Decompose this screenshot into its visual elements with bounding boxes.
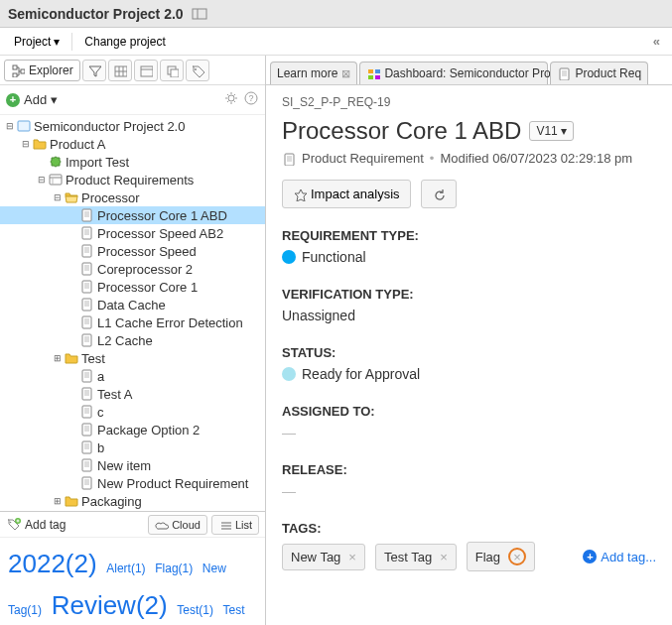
tree-item[interactable]: ⊞Test — [0, 349, 265, 367]
tree-item[interactable]: Import Test — [0, 153, 265, 171]
tree-item-label: New item — [97, 458, 151, 473]
collapse-icon[interactable]: ⊟ — [20, 139, 32, 149]
duplicate-icon[interactable] — [160, 60, 184, 81]
tree-item-label: Package Option 2 — [97, 423, 200, 438]
help-icon[interactable] — [243, 90, 259, 109]
doc-icon — [79, 225, 95, 241]
doc-icon — [79, 386, 95, 402]
folder-icon — [64, 350, 79, 366]
list-view-button[interactable]: List — [211, 515, 259, 535]
collapse-icon[interactable]: ⊟ — [36, 175, 48, 185]
set-icon — [48, 172, 64, 188]
tree-item[interactable]: ⊟Semiconductor Project 2.0 — [0, 117, 265, 135]
tree-item-label: Data Cache — [97, 298, 166, 312]
tree-item[interactable]: ⊟Product Requirements — [0, 171, 265, 188]
add-tag-link[interactable]: +Add tag... — [583, 550, 656, 564]
tree-item[interactable]: L2 Cache — [0, 331, 265, 349]
project-tree[interactable]: ⊟Semiconductor Project 2.0⊟Product AImpo… — [0, 115, 265, 511]
tree-item[interactable]: b — [0, 438, 265, 456]
app-title: Semiconductor Project 2.0 — [8, 6, 184, 22]
tree-item-label: Coreprocessor 2 — [97, 262, 193, 277]
add-button[interactable]: + Add ▾ — [6, 92, 58, 107]
tree-item[interactable]: L1 Cache Error Detection — [0, 313, 265, 331]
folder-icon — [64, 493, 79, 509]
refresh-button[interactable] — [421, 180, 457, 208]
editor-tab[interactable]: Product Req — [550, 62, 648, 84]
tree-item[interactable]: Processor Core 1 ABD — [0, 206, 265, 224]
tag-chip[interactable]: Flag× — [467, 542, 535, 571]
tree-item[interactable]: c — [0, 403, 265, 421]
tag-chip[interactable]: New Tag× — [282, 544, 365, 570]
plus-icon: + — [583, 550, 597, 563]
document-content: SI_S2_P-P_REQ-19 Processor Core 1 ABD V1… — [266, 85, 672, 625]
project-menu[interactable]: Project▾ — [6, 32, 67, 52]
remove-tag-icon[interactable]: × — [348, 550, 356, 564]
remove-tag-icon[interactable]: × — [440, 550, 448, 564]
gear-icon[interactable] — [223, 90, 239, 109]
editor-tab[interactable]: Dashboard: Semiconductor Project...⊠ — [359, 62, 548, 84]
tree-item[interactable]: New item — [0, 456, 265, 474]
tree-item[interactable]: ⊞Packaging — [0, 492, 265, 510]
breadcrumb: SI_S2_P-P_REQ-19 — [282, 95, 656, 109]
tree-item[interactable]: Processor Core 1 — [0, 278, 265, 296]
doc-icon — [79, 261, 95, 277]
add-tag-icon[interactable]: Add tag — [6, 517, 66, 533]
tree-item-label: L1 Cache Error Detection — [97, 315, 243, 330]
tree-item[interactable]: Processor Speed — [0, 242, 265, 260]
tree-item-label: Packaging — [81, 494, 142, 509]
status-dot-icon — [282, 367, 296, 381]
empty-value: — — [282, 425, 656, 440]
tree-item[interactable]: a — [0, 367, 265, 385]
tree-item[interactable]: Test A — [0, 385, 265, 403]
tag-cloud-item[interactable]: Test(1) — [177, 603, 213, 617]
tag-cloud-item[interactable]: Review(2) — [52, 590, 168, 620]
tag-icon[interactable] — [186, 60, 209, 81]
doc-icon — [79, 297, 95, 312]
filter-icon[interactable] — [82, 60, 106, 81]
grid-icon[interactable] — [108, 60, 132, 81]
version-selector[interactable]: V11▾ — [529, 121, 573, 141]
add-row: + Add ▾ — [0, 85, 265, 115]
close-tab-icon[interactable]: ⊠ — [341, 67, 350, 80]
expand-icon[interactable]: ⊞ — [52, 496, 64, 506]
tag-cloud-item[interactable]: 2022(2) — [8, 549, 97, 578]
project-toolbar: Project▾ Change project « — [0, 28, 672, 56]
tag-cloud-item[interactable]: Flag(1) — [155, 562, 193, 575]
tree-item[interactable]: Package Option 2 — [0, 421, 265, 438]
tag-chip[interactable]: Test Tag× — [375, 544, 457, 570]
tree-item[interactable]: Data Cache — [0, 296, 265, 313]
tree-item-label: New Product Requirement — [97, 476, 248, 491]
collapse-icon[interactable]: ⊟ — [52, 192, 64, 202]
tree-item[interactable]: ⊟Processor — [0, 188, 265, 206]
tag-cloud-item[interactable]: Alert(1) — [106, 562, 145, 575]
tree-item-label: Test A — [97, 387, 132, 402]
tree-item-label: b — [97, 440, 104, 455]
change-project-button[interactable]: Change project — [76, 32, 173, 52]
collapse-left-icon[interactable]: « — [647, 32, 666, 51]
folderO-icon — [64, 189, 79, 205]
proj-icon — [16, 118, 32, 134]
panel-layout-icon[interactable] — [192, 6, 207, 22]
puzzle-icon — [48, 154, 64, 170]
cloud-view-button[interactable]: Cloud — [148, 515, 207, 535]
expand-icon[interactable]: ⊞ — [52, 353, 64, 363]
caret-down-icon: ▾ — [51, 92, 58, 107]
document-title: Processor Core 1 ABD — [282, 117, 521, 145]
remove-tag-icon[interactable]: × — [508, 548, 526, 565]
window-icon[interactable] — [134, 60, 158, 81]
editor-tab[interactable]: Learn more⊠ — [270, 62, 357, 84]
impact-analysis-button[interactable]: Impact analysis — [282, 180, 411, 208]
plus-icon: + — [6, 93, 20, 107]
collapse-icon[interactable]: ⊟ — [4, 121, 16, 131]
tree-item-label: L2 Cache — [97, 333, 153, 348]
doc-icon — [79, 314, 95, 330]
tree-item[interactable]: New Product Requirement — [0, 474, 265, 492]
doc-icon — [79, 207, 95, 223]
tree-item[interactable]: ⊟Product A — [0, 135, 265, 153]
explorer-tab[interactable]: Explorer — [4, 60, 80, 81]
editor-tabs: Learn more⊠Dashboard: Semiconductor Proj… — [266, 56, 672, 85]
tree-item[interactable]: Coreprocessor 2 — [0, 260, 265, 278]
tag-panel: Add tag Cloud List 2022(2) Alert(1) Flag… — [0, 511, 265, 625]
right-panel: Learn more⊠Dashboard: Semiconductor Proj… — [266, 56, 672, 625]
tree-item[interactable]: Processor Speed AB2 — [0, 224, 265, 242]
